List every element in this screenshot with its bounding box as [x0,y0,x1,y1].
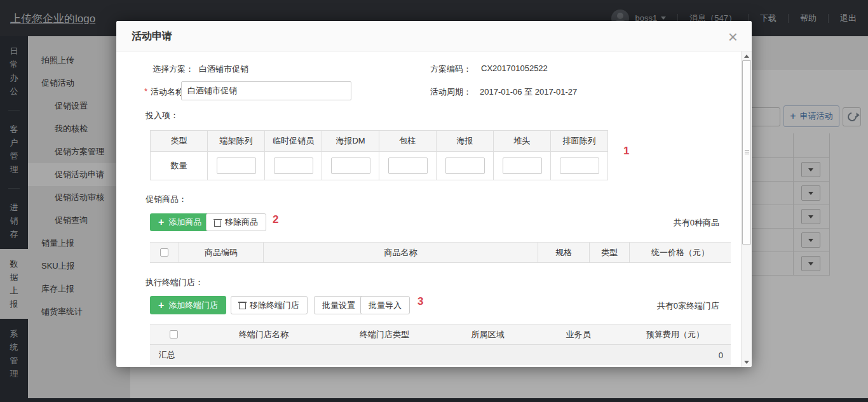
qty-input[interactable] [388,157,428,174]
required-star [144,86,147,96]
close-icon[interactable] [724,26,742,48]
plan-value: 白酒铺市促销 [199,64,248,75]
plan-label: 选择方案： [153,64,194,75]
product-col-type: 类型 [590,243,630,262]
store-col-name: 终端门店名称 [197,325,330,344]
qty-input[interactable] [560,157,599,174]
period-label: 活动周期： [430,86,471,98]
store-col-salesman: 业务员 [537,325,620,344]
scrollbar-thumb[interactable] [742,60,751,245]
select-all-checkbox[interactable] [160,248,168,257]
invest-section-label: 投入项： [146,110,179,121]
invest-col: 临时促销员 [265,131,322,152]
invest-col: 海报 [437,131,494,152]
summary-value: 0 [719,351,723,360]
select-all-checkbox[interactable] [170,330,178,338]
annotation-3: 3 [417,295,423,308]
scroll-down-button[interactable] [742,358,752,367]
invest-col-type: 类型 [151,131,208,152]
invest-col: 排面陈列 [551,131,608,152]
qty-input[interactable] [445,157,485,174]
store-col-region: 所属区域 [438,325,537,344]
product-col-price: 统一价格（元） [630,243,731,262]
invest-qty-label: 数量 [151,152,208,180]
activity-apply-dialog: 活动申请 选择方案： 白酒铺市促销 方案编码： CX201701052522 活… [116,21,752,367]
stores-section-label: 执行终端门店： [146,277,203,288]
store-col-type: 终端门店类型 [330,325,438,344]
summary-row: 汇总 0 [150,345,731,365]
qty-input[interactable] [274,157,313,174]
stores-table-header: 终端门店名称 终端门店类型 所属区域 业务员 预算费用（元） [150,324,731,345]
annotation-2: 2 [273,213,278,226]
product-count: 共有0种商品 [150,217,731,229]
products-section-label: 促销商品： [146,194,187,205]
period-value: 2017-01-06 至 2017-01-27 [480,86,577,98]
product-col-code: 商品编码 [179,243,264,262]
qty-input[interactable] [331,157,370,174]
dialog-title: 活动申请 [132,30,172,43]
scroll-up-button[interactable] [742,51,752,61]
invest-table: 类型 端架陈列 临时促销员 海报DM 包柱 海报 堆头 排面陈列 数量 [150,130,608,180]
invest-qty-row: 数量 [151,152,608,180]
invest-col: 包柱 [379,131,437,152]
annotation-1: 1 [623,145,629,157]
store-count: 共有0家终端门店 [150,300,731,312]
invest-col: 堆头 [494,131,551,152]
invest-col: 端架陈列 [208,131,265,152]
activity-name-input[interactable] [181,81,351,100]
invest-col: 海报DM [322,131,379,152]
select-all-cell [150,243,179,262]
invest-header-row: 类型 端架陈列 临时促销员 海报DM 包柱 海报 堆头 排面陈列 [151,131,608,152]
plan-code-value: CX201701052522 [481,64,548,73]
dialog-scrollbar [741,51,752,367]
qty-input[interactable] [217,157,256,174]
summary-label: 汇总 [159,349,175,361]
product-col-name: 商品名称 [264,243,538,262]
app-page: 上传您企业的logo boss1 消息（547） 下载 帮助 退出 日常办公 客… [0,0,868,402]
plan-code-label: 方案编码： [430,64,471,75]
products-table-header: 商品编码 商品名称 规格 类型 统一价格（元） [150,242,731,263]
select-all-cell [150,325,197,344]
dialog-header: 活动申请 [116,21,752,51]
store-col-budget: 预算费用（元） [620,325,731,344]
product-col-spec: 规格 [538,243,590,262]
qty-input[interactable] [503,157,542,174]
